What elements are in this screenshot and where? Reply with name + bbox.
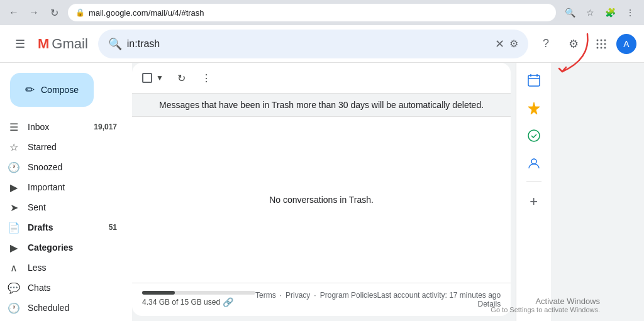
svg-point-2 xyxy=(604,39,606,41)
sidebar-item-label: Important xyxy=(28,182,117,192)
gmail-logo-text: Gmail xyxy=(52,36,87,52)
compose-icon: ✏ xyxy=(25,83,35,97)
footer-right: Last account activity: 17 minutes ago De… xyxy=(377,291,501,308)
search-filter-button[interactable]: ⚙ xyxy=(509,38,518,50)
calendar-sidebar-button[interactable] xyxy=(521,68,547,93)
keep-sidebar-button[interactable] xyxy=(521,95,547,121)
browser-chrome: ← → ↻ 🔒 mail.google.com/mail/u/4/#trash … xyxy=(0,0,644,25)
footer-separator-1: · xyxy=(280,291,282,300)
starred-icon: ☆ xyxy=(8,141,20,153)
svg-rect-9 xyxy=(528,75,540,86)
tasks-sidebar-button[interactable] xyxy=(521,123,547,148)
sidebar-item-all-mail[interactable]: ✉ All Mail xyxy=(0,318,127,321)
notification-text: Messages that have been in Trash more th… xyxy=(159,100,484,110)
header-actions: ? ⚙ A xyxy=(533,31,636,57)
sidebar-item-important[interactable]: ▶ Important xyxy=(0,177,127,197)
sidebar-item-drafts[interactable]: 📄 Drafts 51 xyxy=(0,217,127,237)
external-link-icon[interactable]: 🔗 xyxy=(223,297,233,307)
zoom-button[interactable]: 🔍 xyxy=(561,4,579,21)
sidebar-item-label: Drafts xyxy=(28,222,101,232)
notification-bar: Messages that have been in Trash more th… xyxy=(132,94,511,117)
svg-point-6 xyxy=(597,46,599,48)
sidebar-item-label: Inbox xyxy=(28,122,86,132)
svg-point-8 xyxy=(604,46,606,48)
sidebar-item-label: Scheduled xyxy=(28,303,117,313)
inbox-count: 19,017 xyxy=(94,122,117,131)
hamburger-menu-button[interactable]: ☰ xyxy=(8,31,33,57)
svg-marker-13 xyxy=(528,102,540,114)
sidebar-item-scheduled[interactable]: 🕐 Scheduled xyxy=(0,298,127,318)
footer: 4.34 GB of 15 GB used 🔗 Terms · Privacy … xyxy=(132,283,511,316)
gmail-header: ☰ M Gmail 🔍 ✕ ⚙ ? ⚙ xyxy=(0,25,644,63)
sidebar-item-snoozed[interactable]: 🕐 Snoozed xyxy=(0,157,127,177)
contacts-sidebar-button[interactable] xyxy=(521,151,547,176)
browser-actions: 🔍 ☆ 🧩 ⋮ xyxy=(561,4,639,21)
search-bar: 🔍 ✕ ⚙ xyxy=(98,30,528,58)
forward-button[interactable]: → xyxy=(25,4,43,21)
footer-separator-2: · xyxy=(314,291,316,300)
select-all-area[interactable]: ▼ xyxy=(142,68,166,88)
storage-bar xyxy=(142,291,175,295)
sidebar-item-less[interactable]: ∧ Less xyxy=(0,258,127,278)
details-link[interactable]: Details xyxy=(478,300,501,308)
important-icon: ▶ xyxy=(8,182,20,193)
svg-point-0 xyxy=(597,39,599,41)
search-input[interactable] xyxy=(127,38,490,50)
sidebar-item-label: Snoozed xyxy=(28,162,117,172)
search-icon-button[interactable]: 🔍 xyxy=(108,37,122,51)
sidebar-item-label: Chats xyxy=(28,283,117,293)
help-button[interactable]: ? xyxy=(533,31,558,57)
lock-icon: 🔒 xyxy=(75,8,85,17)
right-sidebar: + xyxy=(516,63,551,321)
select-dropdown-button[interactable]: ▼ xyxy=(153,68,166,88)
sidebar-item-inbox[interactable]: ☰ Inbox 19,017 xyxy=(0,117,127,137)
more-options-button[interactable]: ⋮ xyxy=(196,68,216,88)
snoozed-icon: 🕐 xyxy=(8,161,20,173)
gmail-logo: M Gmail xyxy=(38,36,88,52)
sidebar-item-sent[interactable]: ➤ Sent xyxy=(0,197,127,217)
sidebar-item-chats[interactable]: 💬 Chats xyxy=(0,278,127,298)
svg-point-15 xyxy=(531,159,536,164)
inbox-icon: ☰ xyxy=(8,121,20,133)
storage-bar-container xyxy=(142,291,255,295)
svg-point-4 xyxy=(601,43,602,45)
drafts-count: 51 xyxy=(109,223,117,232)
settings-button[interactable]: ⚙ xyxy=(561,31,586,57)
program-policies-link[interactable]: Program Policies xyxy=(320,291,377,300)
compose-button[interactable]: ✏ Compose xyxy=(10,73,94,107)
address-bar[interactable]: 🔒 mail.google.com/mail/u/4/#trash xyxy=(68,4,556,21)
right-sidebar-divider xyxy=(526,181,541,182)
extension-button[interactable]: 🧩 xyxy=(601,4,619,21)
sent-icon: ➤ xyxy=(8,202,20,214)
add-app-button[interactable]: + xyxy=(521,189,547,214)
compose-label: Compose xyxy=(41,85,79,95)
search-clear-button[interactable]: ✕ xyxy=(495,37,504,51)
storage-section: 4.34 GB of 15 GB used 🔗 xyxy=(142,291,255,307)
back-button[interactable]: ← xyxy=(5,4,23,21)
storage-text: 4.34 GB of 15 GB used 🔗 xyxy=(142,297,255,307)
svg-point-14 xyxy=(528,130,540,141)
privacy-link[interactable]: Privacy xyxy=(286,291,310,300)
bookmark-button[interactable]: ☆ xyxy=(581,4,599,21)
terms-link[interactable]: Terms xyxy=(255,291,276,300)
select-all-checkbox[interactable] xyxy=(142,73,152,83)
sidebar-item-label: Sent xyxy=(28,202,117,212)
footer-links: Terms · Privacy · Program Policies xyxy=(255,291,377,300)
gmail-logo-m: M xyxy=(38,36,49,52)
gmail-app: ☰ M Gmail 🔍 ✕ ⚙ ? ⚙ xyxy=(0,25,644,321)
sidebar-item-categories[interactable]: ▶ Categories xyxy=(0,237,127,258)
svg-point-5 xyxy=(604,43,606,45)
drafts-icon: 📄 xyxy=(8,222,20,234)
avatar[interactable]: A xyxy=(616,34,636,54)
sidebar-item-starred[interactable]: ☆ Starred xyxy=(0,137,127,157)
menu-button[interactable]: ⋮ xyxy=(621,4,639,21)
reload-button[interactable]: ↻ xyxy=(45,4,63,21)
gmail-body: ✏ Compose ☰ Inbox 19,017 ☆ Starred 🕐 Sno… xyxy=(0,63,551,321)
toolbar: ▼ ↻ ⋮ xyxy=(132,63,511,94)
chats-icon: 💬 xyxy=(8,282,20,294)
sidebar-item-label: Starred xyxy=(28,142,117,152)
refresh-button[interactable]: ↻ xyxy=(171,68,191,88)
apps-button[interactable] xyxy=(589,31,614,57)
email-area: No conversations in Trash. xyxy=(132,117,511,283)
svg-point-3 xyxy=(597,43,599,45)
